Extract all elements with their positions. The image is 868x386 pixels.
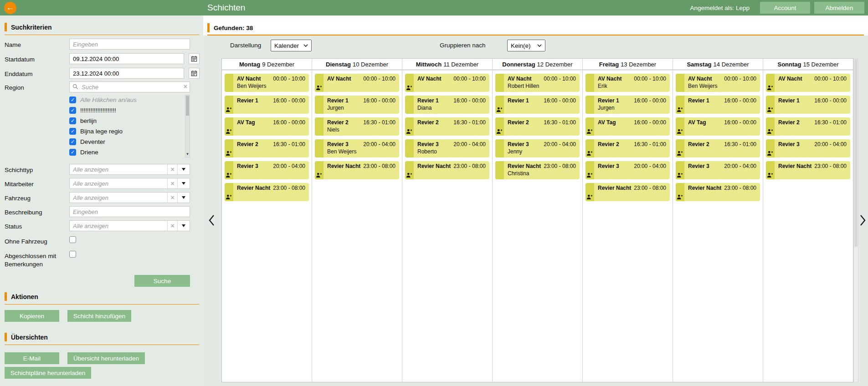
add-person-icon[interactable] [677,107,683,113]
shift-card[interactable]: Revier Nacht 23:00 - 08:00 [225,183,309,201]
region-list-scrollbar[interactable]: ▼ [185,95,190,157]
shift-card[interactable]: Revier Nacht 23:00 - 08:00 [676,183,760,201]
region-search-clear-icon[interactable]: × [184,83,187,90]
abgeschlossen-checkbox[interactable] [69,251,76,258]
shift-card[interactable]: AV Tag 16:00 - 00:00 [225,117,309,136]
shift-card[interactable]: Revier 1 16:00 - 00:00 [766,96,850,114]
add-person-icon[interactable] [226,194,232,200]
region-checkbox[interactable]: ✓ [69,138,76,145]
add-person-icon[interactable] [767,150,773,157]
uebersicht-herunterladen-button[interactable]: Übersicht herunterladen [67,352,145,364]
add-person-icon[interactable] [226,150,232,157]
add-person-icon[interactable] [316,85,322,91]
shift-card[interactable]: Revier Nacht 23:00 - 08:00 [766,161,850,179]
region-checkbox[interactable]: ✓ [69,96,76,103]
shift-card[interactable]: Revier 1 16:00 - 00:00 Diana [405,96,489,114]
shift-card[interactable]: AV Nacht 00:00 - 10:00 Robert Hillen [495,74,580,92]
add-person-icon[interactable] [406,172,412,178]
shift-card[interactable]: AV Nacht 00:00 - 10:00 [405,74,489,92]
schichttyp-clear-icon[interactable]: × [167,164,177,174]
add-person-icon[interactable] [496,128,503,135]
shift-card[interactable]: AV Tag 16:00 - 00:00 [676,117,760,136]
shift-card[interactable]: Revier 1 16:00 - 00:00 [676,96,760,114]
shift-card[interactable]: Revier 2 16:30 - 01:00 [586,139,670,157]
add-person-icon[interactable] [767,85,773,91]
shift-card[interactable]: Revier 1 16:00 - 00:00 [495,96,580,114]
schichtplaene-herunterladen-button[interactable]: Schichtpläne herunterladen [5,367,91,379]
shift-card[interactable]: Revier 2 16:30 - 01:00 [676,139,760,157]
shift-card[interactable]: Revier 2 16:30 - 01:00 [405,117,489,136]
schichttyp-dropdown-button[interactable] [177,164,190,174]
shift-card[interactable]: Revier Nacht 23:00 - 08:00 [586,183,670,201]
shift-card[interactable]: Revier Nacht 23:00 - 08:00 [405,161,489,179]
shift-card[interactable]: Revier 2 16:30 - 01:00 [225,139,309,157]
shift-card[interactable]: Revier 2 16:30 - 01:00 [495,117,580,136]
add-person-icon[interactable] [677,150,683,157]
startdatum-calendar-button[interactable] [189,53,200,64]
region-scrollbar-thumb[interactable] [186,96,189,116]
fahrzeug-input[interactable] [70,193,167,203]
add-person-icon[interactable] [406,128,412,135]
schichttyp-input[interactable] [70,164,167,174]
enddatum-input[interactable] [69,68,184,79]
add-person-icon[interactable] [677,172,683,178]
shift-card[interactable]: Revier Nacht 23:00 - 08:00 [315,161,399,179]
fahrzeug-clear-icon[interactable]: × [167,193,177,203]
status-input[interactable] [70,221,167,231]
account-button[interactable]: Account [760,2,810,14]
beschreibung-input[interactable] [69,206,190,217]
shift-card[interactable]: Revier 3 20:00 - 04:00 [586,161,670,179]
status-clear-icon[interactable]: × [167,221,177,231]
add-person-icon[interactable] [226,172,232,178]
status-dropdown-button[interactable] [177,221,190,231]
fahrzeug-dropdown-button[interactable] [177,193,190,203]
shift-card[interactable]: AV Nacht 00:00 - 10:00 Erik [586,74,670,92]
add-person-icon[interactable] [406,85,412,91]
shift-card[interactable]: Revier 2 16:30 - 01:00 [766,117,850,136]
gruppieren-select[interactable]: Kein(e) [507,40,545,51]
shift-card[interactable]: AV Nacht 00:00 - 10:00 Ben Weijers [676,74,760,92]
region-checkbox[interactable]: ✓ [69,128,76,135]
startdatum-input[interactable] [69,53,184,64]
shift-card[interactable]: Revier 1 16:00 - 00:00 Jurgen [315,96,399,114]
shift-card[interactable]: Revier 3 20:00 - 04:00 Roberto [405,139,489,157]
add-person-icon[interactable] [316,172,322,178]
add-person-icon[interactable] [677,128,683,135]
schicht-hinzufuegen-button[interactable]: Schicht hinzufügen [67,310,131,322]
abmelden-button[interactable]: Abmelden [814,2,864,14]
shift-card[interactable]: Revier 3 20:00 - 04:00 [676,161,760,179]
add-person-icon[interactable] [496,107,503,113]
region-checkbox[interactable]: ✓ [69,107,76,114]
name-input[interactable] [69,39,190,50]
calendar-next-button[interactable] [857,58,868,382]
region-checkbox[interactable]: ✓ [69,117,76,124]
ohne-fahrzeug-checkbox[interactable] [69,236,76,243]
shift-card[interactable]: AV Tag 16:00 - 00:00 [586,117,670,136]
suche-button[interactable]: Suche [134,275,190,287]
add-person-icon[interactable] [586,194,593,200]
shift-card[interactable]: Revier Nacht 23:00 - 08:00 Christina [495,161,580,179]
shift-card[interactable]: Revier 3 20:00 - 04:00 [225,161,309,179]
add-person-icon[interactable] [226,107,232,113]
shift-card[interactable]: Revier 2 16:30 - 01:00 Niels [315,117,399,136]
add-person-icon[interactable] [767,128,773,135]
shift-card[interactable]: Revier 3 20:00 - 04:00 Jenny [495,139,580,157]
mitarbeiter-clear-icon[interactable]: × [167,178,177,188]
shift-card[interactable]: Revier 3 20:00 - 04:00 Ben Weijers [315,139,399,157]
shift-card[interactable]: Revier 1 16:00 - 00:00 [225,96,309,114]
shift-card[interactable]: Revier 1 16:00 - 00:00 Jurgen [586,96,670,114]
add-person-icon[interactable] [586,172,593,178]
shift-card[interactable]: AV Nacht 00:00 - 10:00 [315,74,399,92]
shift-card[interactable]: Revier 3 20:00 - 04:00 [766,139,850,157]
add-person-icon[interactable] [226,128,232,135]
add-person-icon[interactable] [767,107,773,113]
add-person-icon[interactable] [767,172,773,178]
darstellung-select[interactable]: Kalender [271,40,312,51]
shift-card[interactable]: AV Nacht 00:00 - 10:00 [766,74,850,92]
add-person-icon[interactable] [677,194,683,200]
mitarbeiter-input[interactable] [70,178,167,188]
add-person-icon[interactable] [586,128,593,135]
email-button[interactable]: E-Mail [5,352,59,364]
region-search-input[interactable] [69,81,190,92]
add-person-icon[interactable] [586,150,593,157]
